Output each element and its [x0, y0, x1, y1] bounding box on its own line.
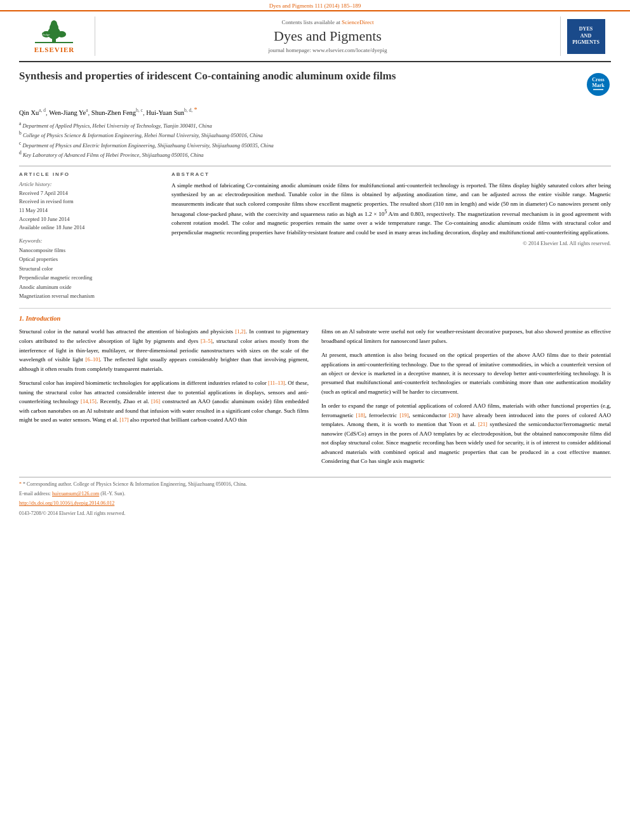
- affil-b: b College of Physics Science & Informati…: [19, 130, 611, 140]
- article-title: Synthesis and properties of iridescent C…: [19, 69, 576, 84]
- ref-6-10[interactable]: [6–10]: [86, 356, 100, 363]
- affil-d: d Key Laboratory of Advanced Films of He…: [19, 149, 611, 159]
- ref-11-13[interactable]: [11–13]: [268, 380, 285, 386]
- svg-text:tree of: tree of: [36, 29, 44, 32]
- intro-para-r1: films on an Al substrate were useful not…: [321, 327, 611, 345]
- main-content: Synthesis and properties of iridescent C…: [0, 62, 630, 529]
- journal-homepage: journal homepage: www.elsevier.com/locat…: [269, 47, 387, 53]
- history-revised-date: 11 May 2014: [19, 206, 159, 215]
- keyword-3: Structural color: [19, 264, 159, 273]
- svg-text:Cross: Cross: [592, 77, 604, 83]
- contents-label: Contents lists available at: [282, 19, 340, 25]
- article-info-col: ARTICLE INFO Article history: Received 7…: [19, 171, 159, 301]
- journal-logo-area: DYES AND PIGMENTS: [560, 17, 611, 56]
- body-col-right: films on an Al substrate were useful not…: [321, 327, 611, 470]
- affil-a: a Department of Applied Physics, Hebei U…: [19, 120, 611, 130]
- ref-3-5[interactable]: [3–5]: [201, 338, 212, 344]
- section-divider: [19, 308, 611, 309]
- abstract-col: ABSTRACT A simple method of fabricating …: [171, 171, 611, 301]
- affil-a-letter: a: [19, 121, 21, 126]
- logo-line-1: DYES: [579, 26, 593, 32]
- affil-b-letter: b: [19, 130, 22, 136]
- email-label: E-mail address:: [19, 491, 51, 497]
- affiliations-block: a Department of Applied Physics, Hebei U…: [19, 120, 611, 159]
- svg-point-5: [57, 31, 66, 37]
- corresponding-text: * Corresponding author. College of Physi…: [23, 481, 247, 487]
- author-4-name: Hui-Yuan Sun: [146, 109, 184, 116]
- intro-para-r3: In order to expand the range of potentia…: [321, 401, 611, 465]
- intro-para-r2: At present, much attention is also being…: [321, 350, 611, 396]
- article-info-label: ARTICLE INFO: [19, 171, 159, 177]
- ref-21[interactable]: [21]: [478, 421, 487, 427]
- history-revised-label: Received in revised form: [19, 197, 159, 206]
- logo-line-2: AND: [580, 33, 591, 39]
- keyword-6: Magnetization reversal mechanism: [19, 291, 159, 300]
- history-accepted: Accepted 10 June 2014: [19, 215, 159, 224]
- keyword-4: Perpendicular magnetic recording: [19, 273, 159, 282]
- svg-text:Mark: Mark: [592, 83, 605, 88]
- svg-text:knowledge: knowledge: [36, 33, 50, 36]
- journal-title: Dyes and Pigments: [274, 28, 382, 44]
- elsevier-logo: tree of knowledge ELSEVIER: [34, 19, 75, 53]
- keyword-1: Nanocomposite films: [19, 246, 159, 255]
- copyright-line: 0143-7208/© 2014 Elsevier Ltd. All right…: [19, 510, 611, 516]
- intro-heading: 1. Introduction: [19, 315, 611, 322]
- affil-c-letter: c: [19, 140, 21, 146]
- abstract-copyright: © 2014 Elsevier Ltd. All rights reserved…: [171, 240, 611, 246]
- author-1-sup: a, d: [39, 107, 46, 113]
- author-3-name: Shun-Zhen Feng: [91, 109, 136, 116]
- doi-link[interactable]: http://dx.doi.org/10.1016/j.dyepig.2014.…: [19, 500, 114, 506]
- article-history: Article history: Received 7 April 2014 R…: [19, 181, 159, 232]
- email-address[interactable]: huiyuansum@126.com: [52, 491, 99, 497]
- affil-d-letter: d: [19, 150, 22, 156]
- author-4-sup: b, d,: [184, 107, 192, 113]
- history-online: Available online 18 June 2014: [19, 223, 159, 232]
- abstract-label: ABSTRACT: [171, 171, 611, 177]
- science-direct-link[interactable]: ScienceDirect: [342, 19, 373, 25]
- article-title-text: Synthesis and properties of iridescent C…: [19, 69, 576, 89]
- keywords-title: Keywords:: [19, 237, 159, 244]
- ref-16[interactable]: [16]: [151, 398, 160, 404]
- email-suffix: (H.-Y. Sun).: [100, 491, 125, 497]
- journal-reference-bar: Dyes and Pigments 111 (2014) 185–189: [0, 0, 630, 11]
- author-1-name: Qin Xu: [19, 109, 39, 116]
- author-2-sup: a: [86, 107, 88, 113]
- ref-18[interactable]: [18]: [356, 412, 365, 418]
- author-4-star: *: [192, 106, 198, 113]
- authors-line: Qin Xua, d, Wen-Jiang Yea, Shun-Zhen Fen…: [19, 106, 611, 116]
- article-title-section: Synthesis and properties of iridescent C…: [19, 69, 611, 101]
- affil-c: c Department of Physics and Electric Inf…: [19, 140, 611, 150]
- keywords-section: Keywords: Nanocomposite films Optical pr…: [19, 237, 159, 301]
- intro-para-2: Structural color has inspired biomimetic…: [19, 378, 309, 425]
- article-history-title: Article history:: [19, 181, 159, 187]
- author-3-sup: b, c: [136, 107, 143, 113]
- ref-20[interactable]: [20]: [449, 412, 458, 418]
- journal-logo-box: DYES AND PIGMENTS: [567, 19, 605, 54]
- svg-rect-6: [35, 42, 73, 43]
- body-col-left: Structural color in the natural world ha…: [19, 327, 309, 470]
- keyword-5: Anodic aluminum oxide: [19, 283, 159, 291]
- intro-body: Structural color in the natural world ha…: [19, 327, 611, 470]
- abstract-text: A simple method of fabricating Co-contai…: [171, 181, 611, 237]
- elsevier-branding: tree of knowledge ELSEVIER: [19, 17, 95, 56]
- author-2-name: Wen-Jiang Ye: [49, 109, 86, 116]
- logo-line-3: PIGMENTS: [572, 39, 600, 46]
- journal-title-area: Contents lists available at ScienceDirec…: [95, 17, 560, 56]
- elsevier-wordmark: ELSEVIER: [34, 46, 75, 53]
- journal-header: tree of knowledge ELSEVIER Contents list…: [19, 11, 611, 62]
- crossmark-svg: Cross Mark: [586, 72, 611, 97]
- article-info-abstract-section: ARTICLE INFO Article history: Received 7…: [19, 166, 611, 301]
- intro-para-1: Structural color in the natural world ha…: [19, 327, 309, 373]
- ref-19[interactable]: [19]: [399, 412, 408, 418]
- crossmark-logo: Cross Mark: [586, 72, 611, 97]
- ref-17[interactable]: [17]: [119, 417, 128, 423]
- ref-1-2[interactable]: [1,2]: [235, 328, 245, 335]
- corresponding-note: * * Corresponding author. College of Phy…: [19, 481, 611, 488]
- journal-ref-text: Dyes and Pigments 111 (2014) 185–189: [269, 3, 361, 9]
- footnote-star: *: [19, 481, 22, 487]
- svg-point-3: [51, 20, 57, 28]
- ref-14-15[interactable]: [14,15]: [81, 398, 97, 404]
- science-direct-line: Contents lists available at ScienceDirec…: [282, 19, 374, 25]
- doi-line: http://dx.doi.org/10.1016/j.dyepig.2014.…: [19, 500, 611, 507]
- history-received: Received 7 April 2014: [19, 189, 159, 198]
